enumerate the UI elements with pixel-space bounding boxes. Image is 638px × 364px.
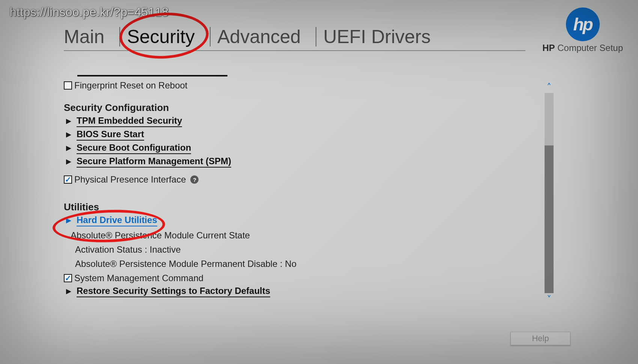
arrow-icon [66, 146, 71, 151]
absolute-permanent-disable: Absolute® Persistence Module Permanent D… [64, 259, 525, 269]
link-text: Hard Drive Utilities [77, 215, 157, 226]
system-mgmt-label: System Management Command [74, 273, 203, 283]
tab-security[interactable]: Security [119, 27, 210, 46]
physical-presence-row: Physical Presence Interface ? [64, 174, 525, 185]
physical-presence-checkbox[interactable] [64, 175, 72, 184]
tab-uefi-drivers[interactable]: UEFI Drivers [316, 27, 445, 46]
tab-main[interactable]: Main [64, 27, 119, 46]
arrow-icon [66, 132, 71, 138]
arrow-icon [66, 218, 71, 223]
activation-status: Activation Status : Inactive [64, 244, 525, 255]
tab-advanced[interactable]: Advanced [210, 27, 316, 46]
link-secure-boot-configuration[interactable]: Secure Boot Configuration [64, 142, 525, 154]
arrow-icon [66, 119, 71, 124]
scroll-up-icon[interactable]: ˄ [547, 82, 551, 91]
link-text: TPM Embedded Security [77, 115, 182, 127]
help-icon[interactable]: ? [190, 175, 199, 184]
help-button[interactable]: Help [510, 332, 570, 345]
obscured-link [77, 75, 227, 76]
link-hard-drive-utilities[interactable]: Hard Drive Utilities [64, 215, 525, 226]
link-secure-platform-management[interactable]: Secure Platform Management (SPM) [64, 156, 525, 168]
link-restore-defaults[interactable]: Restore Security Settings to Factory Def… [64, 286, 525, 297]
scroll-track[interactable] [545, 93, 554, 293]
link-bios-sure-start[interactable]: BIOS Sure Start [64, 129, 525, 141]
system-mgmt-checkbox[interactable] [64, 274, 72, 282]
hp-branding: hp HP Computer Setup [542, 7, 623, 53]
source-url-overlay: https://linsoo.pe.kr/?p=45118 [10, 5, 169, 19]
scroll-thumb[interactable] [545, 145, 554, 293]
scrollbar[interactable]: ˄ ˅ [543, 82, 555, 304]
fingerprint-reset-label: Fingerprint Reset on Reboot [74, 80, 188, 91]
product-name-bold: HP [542, 43, 555, 53]
absolute-persistence-state: Absolute® Persistence Module Current Sta… [64, 230, 525, 241]
content-panel: Fingerprint Reset on Reboot Security Con… [64, 75, 525, 299]
system-mgmt-row: System Management Command [64, 273, 525, 283]
link-text: Secure Boot Configuration [77, 142, 191, 154]
link-text: BIOS Sure Start [77, 129, 144, 141]
link-tpm-embedded-security[interactable]: TPM Embedded Security [64, 115, 525, 127]
security-config-heading: Security Configuration [64, 102, 525, 114]
scroll-down-icon[interactable]: ˅ [547, 295, 551, 304]
fingerprint-reset-checkbox[interactable] [64, 81, 72, 90]
product-name-rest: Computer Setup [555, 43, 623, 53]
arrow-icon [66, 159, 71, 165]
fingerprint-reset-row: Fingerprint Reset on Reboot [64, 80, 525, 91]
link-text: Restore Security Settings to Factory Def… [77, 286, 270, 297]
hp-logo-icon: hp [566, 7, 600, 41]
physical-presence-label: Physical Presence Interface [74, 174, 186, 185]
arrow-icon [66, 289, 71, 294]
product-name: HP Computer Setup [542, 43, 623, 53]
utilities-heading: Utilities [64, 201, 525, 213]
tab-bar: Main Security Advanced UEFI Drivers [64, 27, 525, 51]
link-text: Secure Platform Management (SPM) [77, 156, 231, 168]
